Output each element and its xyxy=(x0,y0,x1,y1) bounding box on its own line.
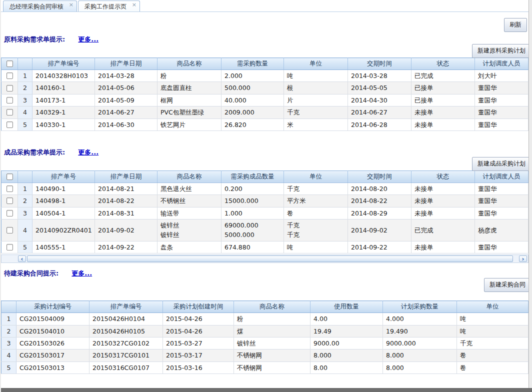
column-header: 排产单日期 xyxy=(95,170,158,182)
scrollbar-thumb[interactable] xyxy=(27,256,513,262)
table-cell: 千克 xyxy=(284,106,348,118)
table-cell: 卷 xyxy=(457,362,528,374)
table-cell: 2014-08-22 xyxy=(95,195,158,207)
table-row[interactable]: 2140498-12014-08-22不锈钢丝15000.000平方米2014-… xyxy=(2,195,528,207)
table-row[interactable]: 4140329-12014-06-27PVC包塑丝墨绿2009.000千克201… xyxy=(2,106,528,118)
table-cell: 吨 xyxy=(457,313,528,325)
row-checkbox[interactable] xyxy=(6,244,13,250)
table-cell: 2014-09-22 xyxy=(348,241,412,253)
table-cell: 粉 xyxy=(158,70,222,82)
column-header: 排产单编号 xyxy=(32,58,95,70)
table-cell: CG201503017 xyxy=(16,350,90,362)
column-header: 交期时间 xyxy=(348,170,412,182)
row-number-header xyxy=(18,58,32,70)
row-checkbox[interactable] xyxy=(6,109,13,116)
row-checkbox[interactable] xyxy=(6,227,13,234)
table-cell: 19.490 xyxy=(383,325,457,337)
column-header: 商品名称 xyxy=(234,301,310,313)
tab-close-icon[interactable]: × xyxy=(132,2,136,8)
row-checkbox[interactable] xyxy=(6,122,13,128)
table-row[interactable]: 2CG20150401020150426H01052015-04-26煤19.4… xyxy=(2,325,528,337)
table-cell: 董国华 xyxy=(475,94,528,106)
table-cell: 2014-05-05 xyxy=(348,82,412,94)
table-cell: CG201504009 xyxy=(16,313,90,325)
refresh-button[interactable]: 刷新 xyxy=(504,18,527,32)
table-cell: 董国华 xyxy=(475,118,528,130)
table-cell: 框网 xyxy=(158,94,222,106)
table-cell: 董国华 xyxy=(475,182,528,194)
table-cell: 刘大叶 xyxy=(475,70,528,82)
tab-general-manager-contract-review[interactable]: 总经理采购合同审核 × xyxy=(3,0,77,12)
row-checkbox[interactable] xyxy=(6,198,13,204)
table-row[interactable]: 3140504-12014-08-31输送带1.000卷2014-08-29未接… xyxy=(2,207,528,219)
table-row[interactable]: 5CG20150301320150316CG01072015-03-16不锈钢网… xyxy=(2,362,528,374)
table-cell: 140555-1 xyxy=(32,241,95,253)
table-cell: 2015-03-17 xyxy=(163,350,234,362)
row-checkbox[interactable] xyxy=(6,210,13,216)
table-cell: 煤 xyxy=(234,325,310,337)
table-row[interactable]: 5140330-12014-06-30铁艺网片26.820米2014-06-28… xyxy=(2,118,528,130)
tab-close-icon[interactable]: × xyxy=(69,2,74,8)
new-finished-goods-plan-button[interactable]: 新建成品采购计划 xyxy=(472,157,531,171)
table-cell: 2015-03-27 xyxy=(163,337,234,349)
table-cell: 2014-06-27 xyxy=(348,106,412,118)
table-header-row: 排产单编号 排产单日期 商品名称 需采购数量 单位 交期时间 状态 计划调度人员 xyxy=(2,58,528,70)
row-checkbox-cell xyxy=(2,106,18,118)
raw-material-more-link[interactable]: 更多... xyxy=(78,36,98,43)
table-cell: 黑色退火丝 xyxy=(158,182,222,194)
table-cell: 2014-05-09 xyxy=(95,94,158,106)
column-header: 单位 xyxy=(457,301,528,313)
table-cell: 140490-1 xyxy=(32,182,95,194)
select-all-checkbox[interactable] xyxy=(6,60,13,67)
table-cell: 2014-09-02 xyxy=(348,220,412,242)
finished-goods-more-link[interactable]: 更多... xyxy=(78,148,98,156)
contract-more-link[interactable]: 更多... xyxy=(72,270,92,277)
table-row[interactable]: 4CG20150301720150317CG01012015-03-17不锈钢网… xyxy=(2,350,528,362)
table-header-row: 排产单号 排产单日期 商品名称 需采购成品数量 单位 交期时间 状态 计划调度人… xyxy=(2,170,528,182)
table-cell: 董国华 xyxy=(475,195,528,207)
table-cell: 26.820 xyxy=(222,118,284,130)
table-row[interactable]: 420140902ZR04012014-09-02镀锌丝 镀锌丝69000.00… xyxy=(2,220,528,242)
table-row[interactable]: 2140160-12014-05-06底盘圆直柱500.000根2014-05-… xyxy=(2,82,528,94)
scroll-left-arrow-icon[interactable]: ‹ xyxy=(18,256,26,262)
new-purchase-contract-button[interactable]: 新建采购合同 xyxy=(484,278,531,292)
row-checkbox[interactable] xyxy=(6,85,13,92)
raw-material-section-title: 原料采购需求单提示: xyxy=(4,36,65,43)
table-cell: 盘条 xyxy=(158,241,222,253)
table-row[interactable]: 120140328H01032014-03-28粉2.000吨2014-03-2… xyxy=(2,70,528,82)
row-checkbox-cell xyxy=(2,118,18,130)
column-header: 使用数量 xyxy=(310,301,383,313)
table-cell: 2.000 xyxy=(222,70,284,82)
table-cell: 500.000 xyxy=(222,82,284,94)
select-all-checkbox[interactable] xyxy=(6,174,13,180)
row-number: 5 xyxy=(18,241,32,253)
table-cell: 2014-08-29 xyxy=(348,207,412,219)
table-cell: 董国华 xyxy=(475,207,528,219)
horizontal-scrollbar[interactable]: ‹ › xyxy=(1,254,528,263)
row-checkbox[interactable] xyxy=(6,72,13,79)
table-cell: CG201504010 xyxy=(16,325,90,337)
table-row[interactable]: 3140173-12014-05-09框网40.000片2014-04-30已接… xyxy=(2,94,528,106)
table-cell: 董国华 xyxy=(475,82,528,94)
table-header-row: 采购计划编号 排产单编号 采购计划创建时间 商品名称 使用数量 计划采购数量 单… xyxy=(2,301,528,313)
table-cell: 粉 xyxy=(234,313,310,325)
tab-procurement-worklist[interactable]: 采购工作提示页 × xyxy=(78,0,140,12)
column-header: 计划调度人员 xyxy=(475,58,528,70)
row-checkbox[interactable] xyxy=(6,186,13,192)
scroll-right-arrow-icon[interactable]: › xyxy=(519,256,527,262)
row-number-header xyxy=(18,170,32,182)
table-row[interactable]: 1140490-12014-08-21黑色退火丝0.200千克2014-08-2… xyxy=(2,182,528,194)
row-checkbox-cell xyxy=(2,241,18,253)
table-cell: 2014-08-31 xyxy=(95,207,158,219)
table-cell: 千克 xyxy=(457,337,528,349)
table-row[interactable]: 1CG20150400920150426H01042015-04-26粉4.00… xyxy=(2,313,528,325)
row-checkbox[interactable] xyxy=(6,97,13,104)
new-raw-material-plan-button[interactable]: 新建原料采购计划 xyxy=(472,44,531,58)
table-row[interactable]: 5140555-12014-09-22盘条674.880吨2014-09-22未… xyxy=(2,241,528,253)
column-header: 需采购成品数量 xyxy=(222,170,284,182)
table-cell: CG201503026 xyxy=(16,337,90,349)
tab-label: 采购工作提示页 xyxy=(84,3,126,10)
app-window: 总经理采购合同审核 × 采购工作提示页 × 刷新 原料采购需求单提示: 更多..… xyxy=(0,0,532,392)
table-cell: 未接单 xyxy=(412,241,475,253)
table-row[interactable]: 3CG20150302620150327CG01022015-03-27镀锌丝9… xyxy=(2,337,528,349)
